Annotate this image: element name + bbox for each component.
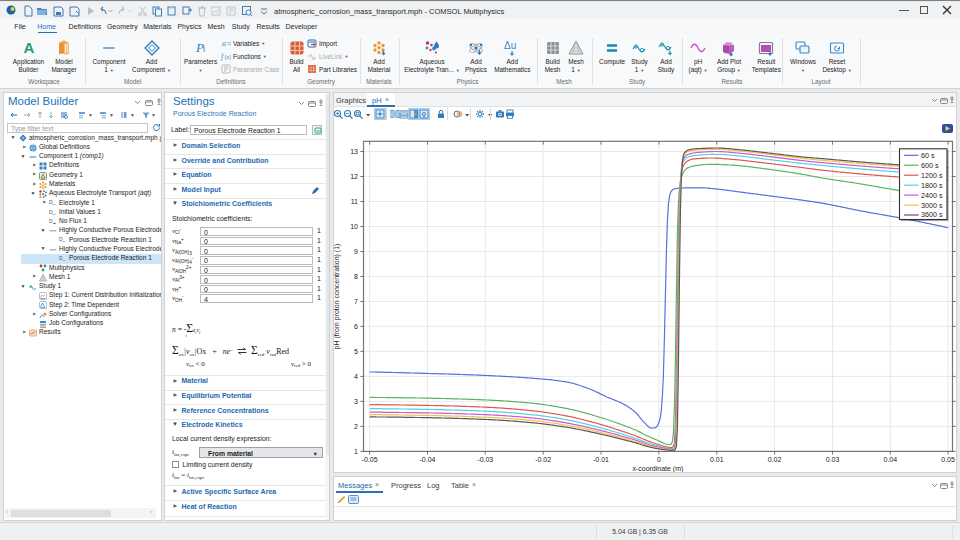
svg-text:7: 7 xyxy=(354,298,358,305)
svg-text:D: D xyxy=(59,255,63,261)
svg-text:4: 4 xyxy=(354,373,358,380)
svg-text:-0.04: -0.04 xyxy=(420,456,436,463)
svg-text:D: D xyxy=(49,218,53,224)
svg-text:1200 s: 1200 s xyxy=(921,171,943,180)
svg-text:0.01: 0.01 xyxy=(710,456,724,463)
svg-text:0.05: 0.05 xyxy=(941,456,955,463)
svg-text:3: 3 xyxy=(354,398,358,405)
svg-text:2400 s: 2400 s xyxy=(921,191,943,200)
svg-text:(x): (x) xyxy=(225,54,232,60)
svg-text:pH (from proton concentration): pH (from proton concentration) (1) xyxy=(333,244,341,350)
svg-text:A: A xyxy=(23,39,34,56)
svg-text:2: 2 xyxy=(354,423,358,430)
svg-text:8: 8 xyxy=(354,273,358,280)
svg-text:D: D xyxy=(49,199,53,205)
svg-text:x-coordinate (m): x-coordinate (m) xyxy=(632,465,683,473)
svg-text:0.03: 0.03 xyxy=(826,456,840,463)
svg-text:3000 s: 3000 s xyxy=(921,201,943,210)
svg-text:-0.05: -0.05 xyxy=(362,456,378,463)
svg-text:10: 10 xyxy=(350,223,358,230)
svg-text:6: 6 xyxy=(354,323,358,330)
svg-text:0.04: 0.04 xyxy=(883,456,897,463)
svg-text:0: 0 xyxy=(657,456,661,463)
svg-text:0.02: 0.02 xyxy=(768,456,782,463)
svg-text:3600 s: 3600 s xyxy=(921,210,943,219)
svg-text:i: i xyxy=(203,44,205,54)
svg-text:13: 13 xyxy=(350,148,358,155)
svg-text:Δu: Δu xyxy=(504,40,516,51)
svg-text:1800 s: 1800 s xyxy=(921,181,943,190)
svg-text:-0.01: -0.01 xyxy=(593,456,609,463)
svg-text:D: D xyxy=(49,209,53,215)
svg-text:1: 1 xyxy=(354,448,358,455)
svg-text:-0.02: -0.02 xyxy=(535,456,551,463)
svg-text:60 s: 60 s xyxy=(921,151,935,160)
svg-text:12: 12 xyxy=(350,173,358,180)
svg-text:a: a xyxy=(222,39,226,48)
svg-text:11: 11 xyxy=(351,198,358,205)
svg-text:=: = xyxy=(227,40,231,47)
svg-text:600 s: 600 s xyxy=(921,161,939,170)
svg-text:5: 5 xyxy=(354,348,358,355)
svg-text:9: 9 xyxy=(354,248,358,255)
svg-text:-0.03: -0.03 xyxy=(477,456,493,463)
svg-text:D: D xyxy=(59,236,63,242)
